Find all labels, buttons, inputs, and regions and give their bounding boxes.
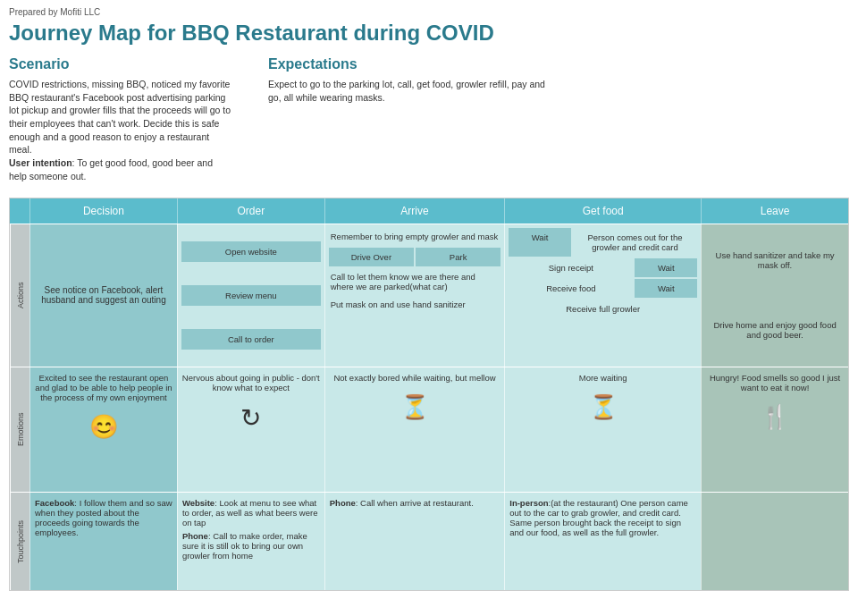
emotions-decision-text: Excited to see the restaurant open and g… bbox=[34, 373, 173, 402]
actions-arrive: Remember to bring empty growler and mask… bbox=[324, 224, 505, 367]
tp-arrive-text: : Call when arrive at restaurant. bbox=[356, 498, 474, 508]
expectations-heading: Expectations bbox=[268, 56, 849, 72]
leave-action-2: Drive home and enjoy good food and good … bbox=[706, 320, 844, 340]
intro-section: Scenario COVID restrictions, missing BBQ… bbox=[9, 56, 849, 183]
actions-decision: See notice on Facebook, alert husband an… bbox=[29, 224, 177, 367]
touchpoints-leave bbox=[701, 493, 848, 590]
header-corner bbox=[10, 198, 29, 224]
header-row: Decision Order Arrive Get food Leave bbox=[10, 198, 848, 224]
tp-arrive-bold: Phone bbox=[330, 498, 356, 508]
action-call-to-order: Call to order bbox=[181, 329, 321, 350]
getfood-person-out: Person comes out for the growler and cre… bbox=[573, 228, 697, 257]
action-review-menu: Review menu bbox=[181, 285, 321, 306]
emotions-arrive: Not exactly bored while waiting, but mel… bbox=[324, 367, 505, 492]
getfood-receive-food: Receive food bbox=[509, 279, 633, 298]
emotions-row: Emotions Excited to see the restaurant o… bbox=[10, 367, 848, 492]
tp-order-website: Website: Look at menu to see what to ord… bbox=[182, 498, 320, 527]
getfood-wait-3: Wait bbox=[635, 279, 697, 298]
emotions-getfood: More waiting ⏳ bbox=[504, 367, 701, 492]
tp-order-phone: Phone: Call to make order, make sure it … bbox=[182, 531, 320, 561]
emotions-decision: Excited to see the restaurant open and g… bbox=[29, 367, 177, 492]
arrive-park: Park bbox=[416, 248, 500, 266]
touchpoints-row: Touchpoints Facebook: I follow them and … bbox=[10, 492, 848, 590]
actions-getfood: Wait Person comes out for the growler an… bbox=[504, 224, 701, 367]
scenario-heading: Scenario bbox=[9, 56, 232, 72]
col-header-order: Order bbox=[177, 198, 324, 224]
tp-decision-bold: Facebook bbox=[35, 498, 74, 508]
emotions-label: Emotions bbox=[10, 367, 29, 492]
touchpoints-getfood: In-person:(at the restaurant) One person… bbox=[504, 493, 701, 590]
actions-leave: Use hand sanitizer and take my mask off.… bbox=[701, 224, 848, 367]
emotions-leave-icon: 🍴 bbox=[705, 396, 845, 431]
emotions-order: Nervous about going in public - don't kn… bbox=[177, 367, 324, 492]
arrive-action-3: Call to let them know we are there and w… bbox=[329, 269, 501, 294]
touchpoints-arrive: Phone: Call when arrive at restaurant. bbox=[324, 493, 505, 590]
emotions-order-icon: ↻ bbox=[181, 396, 321, 433]
scenario-section: Scenario COVID restrictions, missing BBQ… bbox=[9, 56, 232, 183]
page-title: Journey Map for BBQ Restaurant during CO… bbox=[9, 21, 849, 46]
actions-row: Actions See notice on Facebook, alert hu… bbox=[10, 224, 848, 367]
actions-label: Actions bbox=[10, 224, 29, 367]
action-open-website: Open website bbox=[181, 241, 321, 262]
journey-map: Decision Order Arrive Get food Leave Act… bbox=[9, 198, 849, 591]
arrive-drive-over: Drive Over bbox=[329, 248, 414, 266]
touchpoints-decision: Facebook: I follow them and so saw when … bbox=[29, 493, 177, 590]
getfood-wait-2: Wait bbox=[635, 258, 697, 277]
expectations-text: Expect to go to the parking lot, call, g… bbox=[268, 78, 554, 104]
col-header-leave: Leave bbox=[701, 198, 848, 224]
prepared-by: Prepared by Mofiti LLC bbox=[9, 7, 849, 17]
scenario-text: COVID restrictions, missing BBQ, noticed… bbox=[9, 78, 232, 183]
leave-action-1: Use hand sanitizer and take my mask off. bbox=[706, 250, 844, 270]
emotions-arrive-icon: ⏳ bbox=[329, 386, 501, 421]
arrive-action-1: Remember to bring empty growler and mask bbox=[329, 228, 501, 245]
emotions-getfood-text: More waiting bbox=[509, 373, 697, 383]
tp-getfood-bold: In-person bbox=[509, 498, 548, 508]
page: Prepared by Mofiti LLC Journey Map for B… bbox=[0, 0, 858, 598]
emotions-getfood-icon: ⏳ bbox=[509, 386, 697, 421]
touchpoints-label: Touchpoints bbox=[10, 493, 29, 590]
getfood-sign-receipt: Sign receipt bbox=[509, 258, 633, 277]
col-header-getfood: Get food bbox=[504, 198, 701, 224]
expectations-section: Expectations Expect to go to the parking… bbox=[268, 56, 849, 183]
touchpoints-order: Website: Look at menu to see what to ord… bbox=[177, 493, 324, 590]
emotions-decision-icon: 😊 bbox=[34, 406, 173, 441]
emotions-leave-text: Hungry! Food smells so good I just want … bbox=[705, 373, 845, 392]
getfood-wait-1: Wait bbox=[509, 228, 571, 257]
emotions-order-text: Nervous about going in public - don't kn… bbox=[181, 373, 321, 392]
emotions-leave: Hungry! Food smells so good I just want … bbox=[701, 367, 848, 492]
getfood-receive-growler: Receive full growler bbox=[509, 300, 697, 318]
col-header-arrive: Arrive bbox=[324, 198, 505, 224]
actions-order: Open website Review menu Call to order bbox=[177, 224, 324, 367]
arrive-action-4: Put mask on and use hand sanitizer bbox=[329, 297, 501, 312]
emotions-arrive-text: Not exactly bored while waiting, but mel… bbox=[329, 373, 501, 383]
col-header-decision: Decision bbox=[29, 198, 177, 224]
